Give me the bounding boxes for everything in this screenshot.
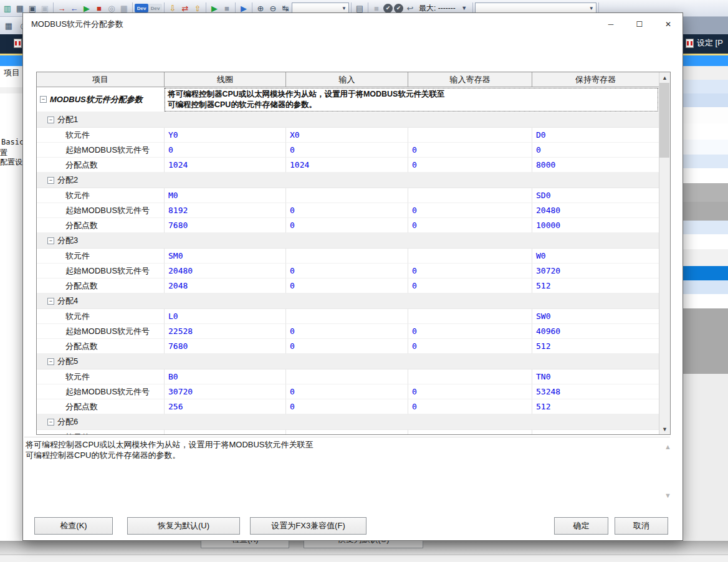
value-cell[interactable]: 0 xyxy=(286,399,408,414)
value-cell[interactable]: 0 xyxy=(408,218,532,233)
chevron-down-icon[interactable]: ▼ xyxy=(340,6,348,11)
value-cell[interactable]: 256 xyxy=(165,399,286,414)
value-cell[interactable]: 2048 xyxy=(165,279,286,293)
value-cell[interactable]: L0 xyxy=(165,309,286,324)
value-cell[interactable]: 0 xyxy=(286,339,408,354)
tree-group-row[interactable]: −分配1 xyxy=(37,112,659,128)
value-cell[interactable]: 7680 xyxy=(165,339,286,354)
value-cell[interactable]: SW0 xyxy=(532,309,659,324)
value-cell[interactable]: 1024 xyxy=(165,158,286,173)
value-cell[interactable]: R0 xyxy=(165,430,286,434)
check-program-icon[interactable]: ✔ xyxy=(394,4,403,13)
value-cell[interactable]: 512 xyxy=(532,399,659,414)
value-cell[interactable]: Y0 xyxy=(165,128,286,143)
value-cell[interactable] xyxy=(408,249,532,264)
tab-setting-document[interactable]: 设定 [P xyxy=(686,37,723,49)
value-cell[interactable]: M0 xyxy=(165,188,286,203)
value-cell[interactable]: 0 xyxy=(286,279,408,293)
value-cell[interactable]: 0 xyxy=(408,264,532,279)
scroll-down-icon[interactable]: ▼ xyxy=(659,424,670,434)
value-cell[interactable]: 20480 xyxy=(532,203,659,218)
value-cell[interactable]: 0 xyxy=(408,279,532,293)
check-parameter-icon[interactable]: ✔ xyxy=(383,4,393,13)
cancel-button[interactable]: 取消 xyxy=(615,517,668,535)
value-cell[interactable]: 40960 xyxy=(532,324,659,339)
scrollbar-thumb[interactable] xyxy=(659,83,669,158)
restore-default-button[interactable]: 恢复为默认(U) xyxy=(127,517,240,535)
value-cell[interactable] xyxy=(408,188,532,203)
value-cell[interactable]: 8000 xyxy=(532,158,659,173)
value-cell[interactable]: TN0 xyxy=(532,369,659,384)
value-cell[interactable]: 512 xyxy=(532,279,659,293)
value-cell[interactable] xyxy=(286,430,408,434)
value-cell[interactable] xyxy=(408,430,532,434)
value-cell[interactable]: 53248 xyxy=(532,384,659,399)
tree-collapse-icon[interactable]: − xyxy=(47,237,54,244)
tree-group-row[interactable]: −分配6 xyxy=(37,414,659,430)
value-cell[interactable]: 30720 xyxy=(165,384,286,399)
value-cell[interactable]: 0 xyxy=(532,143,659,158)
value-cell[interactable]: 0 xyxy=(408,143,532,158)
value-cell[interactable]: D0 xyxy=(532,128,659,143)
dialog-title-bar[interactable]: MODBUS软元件分配参数 ─ ☐ ✕ xyxy=(23,13,682,36)
value-cell[interactable] xyxy=(286,309,408,324)
value-cell[interactable]: SM0 xyxy=(165,249,286,264)
value-cell[interactable]: 22528 xyxy=(165,324,286,339)
value-cell[interactable]: 0 xyxy=(286,203,408,218)
device-display-off-icon[interactable]: Dev xyxy=(148,4,162,12)
value-cell[interactable]: STN0 xyxy=(532,430,659,434)
value-cell[interactable]: 0 xyxy=(408,158,532,173)
description-scroll-down-icon[interactable]: ▼ xyxy=(664,492,671,499)
value-cell[interactable] xyxy=(286,249,408,264)
device-display-on-icon[interactable]: Dev xyxy=(135,4,148,12)
value-cell[interactable]: 0 xyxy=(286,324,408,339)
value-cell[interactable] xyxy=(286,369,408,384)
value-cell[interactable]: 0 xyxy=(165,143,286,158)
table-vertical-scrollbar[interactable]: ▲ ▼ xyxy=(659,72,670,434)
value-cell[interactable]: X0 xyxy=(286,128,408,143)
minimize-icon[interactable]: ─ xyxy=(596,13,625,36)
value-cell[interactable] xyxy=(286,188,408,203)
value-cell[interactable]: 0 xyxy=(286,264,408,279)
description-scroll-up-icon[interactable]: ▲ xyxy=(664,443,671,450)
value-cell[interactable]: 1024 xyxy=(286,158,408,173)
fx3-compatible-button[interactable]: 设置为FX3兼容值(F) xyxy=(250,517,366,535)
chevron-down-icon[interactable]: ▼ xyxy=(587,6,596,11)
tree-collapse-icon[interactable]: − xyxy=(47,419,54,426)
value-cell[interactable] xyxy=(408,309,532,324)
value-cell[interactable]: 0 xyxy=(408,384,532,399)
value-cell[interactable]: 10000 xyxy=(532,218,659,233)
tree-collapse-icon[interactable]: − xyxy=(47,117,54,123)
value-cell[interactable]: B0 xyxy=(165,369,286,384)
tree-root-cell[interactable]: −MODBUS软元件分配参数 xyxy=(37,87,165,112)
value-cell[interactable]: 0 xyxy=(408,339,532,354)
window-split-icon[interactable]: ▥ xyxy=(1,2,14,14)
tree-group-row[interactable]: −分配4 xyxy=(37,293,659,309)
value-cell[interactable]: SD0 xyxy=(532,188,659,203)
bookmark-icon[interactable]: ▦ xyxy=(2,20,15,32)
value-cell[interactable]: 20480 xyxy=(165,264,286,279)
value-cell[interactable]: 0 xyxy=(286,384,408,399)
tree-collapse-icon[interactable]: − xyxy=(47,298,54,305)
tree-collapse-icon[interactable]: − xyxy=(47,177,54,184)
ok-button[interactable]: 确定 xyxy=(554,517,608,535)
value-cell[interactable]: 0 xyxy=(286,143,408,158)
value-cell[interactable]: 8192 xyxy=(165,203,286,218)
maximize-icon[interactable]: ☐ xyxy=(625,13,654,36)
tree-collapse-icon[interactable]: − xyxy=(47,358,54,365)
tree-group-row[interactable]: −分配3 xyxy=(37,233,659,249)
value-cell[interactable]: 30720 xyxy=(532,264,659,279)
tree-group-row[interactable]: −分配2 xyxy=(37,173,659,188)
tree-group-row[interactable]: −分配5 xyxy=(37,354,659,369)
value-cell[interactable]: 0 xyxy=(408,203,532,218)
close-icon[interactable]: ✕ xyxy=(654,13,682,36)
value-cell[interactable]: W0 xyxy=(532,249,659,264)
value-cell[interactable] xyxy=(408,128,532,143)
scroll-up-icon[interactable]: ▲ xyxy=(659,72,670,83)
value-cell[interactable]: 7680 xyxy=(165,218,286,233)
value-cell[interactable]: 512 xyxy=(532,339,659,354)
check-button[interactable]: 检查(K) xyxy=(34,517,113,535)
value-cell[interactable] xyxy=(408,369,532,384)
value-cell[interactable]: 0 xyxy=(286,218,408,233)
value-cell[interactable]: 0 xyxy=(408,324,532,339)
